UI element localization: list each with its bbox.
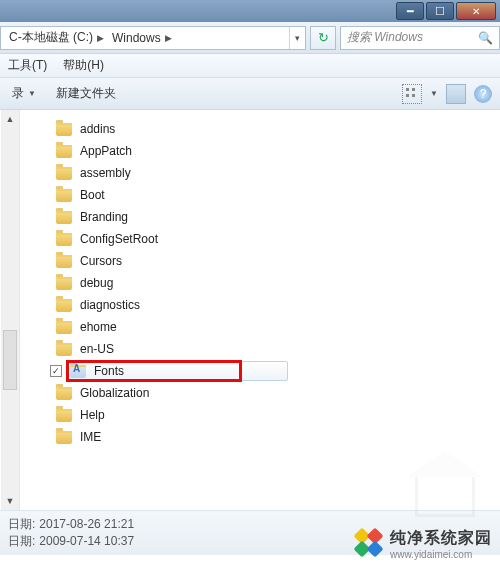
menu-help[interactable]: 帮助(H) — [55, 54, 112, 77]
watermark-ghost-icon — [410, 457, 480, 517]
help-icon[interactable]: ? — [474, 85, 492, 103]
breadcrumb-segment[interactable]: Windows — [112, 31, 161, 45]
list-item[interactable]: Help — [20, 404, 500, 426]
folder-icon — [56, 255, 72, 268]
scroll-up-icon[interactable]: ▲ — [1, 110, 19, 128]
folder-icon — [56, 145, 72, 158]
view-options-icon[interactable] — [402, 84, 422, 104]
organize-button[interactable]: 录 ▼ — [2, 78, 46, 109]
menu-tools[interactable]: 工具(T) — [0, 54, 55, 77]
folder-name: Fonts — [94, 364, 124, 378]
folder-name: ehome — [80, 320, 117, 334]
fonts-folder-icon — [70, 365, 86, 378]
folder-name: Globalization — [80, 386, 149, 400]
folder-icon — [56, 233, 72, 246]
content-area: ▲ ▼ addinsAppPatchassemblyBootBrandingCo… — [0, 110, 500, 510]
folder-icon — [56, 321, 72, 334]
breadcrumb[interactable]: C-本地磁盘 (C:) ▶ — [5, 29, 108, 46]
preview-pane-icon[interactable] — [446, 84, 466, 104]
list-item[interactable]: Cursors — [20, 250, 500, 272]
minimize-button[interactable]: ━ — [396, 2, 424, 20]
folder-icon — [56, 167, 72, 180]
folder-icon — [56, 431, 72, 444]
checkbox[interactable]: ✓ — [50, 365, 62, 377]
list-item[interactable]: Branding — [20, 206, 500, 228]
folder-icon — [56, 123, 72, 136]
menu-bar: 工具(T) 帮助(H) — [0, 54, 500, 78]
command-bar: 录 ▼ 新建文件夹 ▼ ? — [0, 78, 500, 110]
list-item[interactable]: diagnostics — [20, 294, 500, 316]
scroll-down-icon[interactable]: ▼ — [1, 492, 19, 510]
breadcrumb[interactable]: Windows ▶ — [108, 31, 176, 45]
folder-name: IME — [80, 430, 101, 444]
chevron-down-icon[interactable]: ▼ — [430, 89, 438, 98]
folder-name: debug — [80, 276, 113, 290]
list-item[interactable]: ehome — [20, 316, 500, 338]
list-item[interactable]: assembly — [20, 162, 500, 184]
folder-name: diagnostics — [80, 298, 140, 312]
folder-name: Branding — [80, 210, 128, 224]
new-folder-button[interactable]: 新建文件夹 — [46, 78, 126, 109]
search-placeholder: 搜索 Windows — [347, 29, 423, 46]
folder-name: Help — [80, 408, 105, 422]
folder-icon — [56, 299, 72, 312]
details-key: 日期: — [8, 533, 35, 550]
list-item[interactable]: IME — [20, 426, 500, 448]
folder-icon — [56, 343, 72, 356]
folder-icon — [56, 387, 72, 400]
details-key: 日期: — [8, 516, 35, 533]
details-value: 2017-08-26 21:21 — [39, 516, 134, 533]
folder-name: ConfigSetRoot — [80, 232, 158, 246]
folder-name: AppPatch — [80, 144, 132, 158]
maximize-button[interactable]: ☐ — [426, 2, 454, 20]
list-item[interactable]: AppPatch — [20, 140, 500, 162]
list-item[interactable]: en-US — [20, 338, 500, 360]
list-item[interactable]: addins — [20, 118, 500, 140]
list-item[interactable]: Globalization — [20, 382, 500, 404]
folder-icon — [56, 409, 72, 422]
folder-name: en-US — [80, 342, 114, 356]
chevron-right-icon[interactable]: ▶ — [97, 33, 104, 43]
close-button[interactable]: ✕ — [456, 2, 496, 20]
list-item[interactable]: ✓Fonts — [20, 360, 500, 382]
refresh-icon: ↻ — [318, 30, 329, 45]
address-dropdown-icon[interactable]: ▾ — [289, 27, 305, 49]
folder-icon — [56, 189, 72, 202]
breadcrumb-segment[interactable]: C-本地磁盘 (C:) — [9, 29, 93, 46]
folder-name: assembly — [80, 166, 131, 180]
search-input[interactable]: 搜索 Windows 🔍 — [340, 26, 500, 50]
folder-icon — [56, 277, 72, 290]
file-list[interactable]: addinsAppPatchassemblyBootBrandingConfig… — [20, 110, 500, 510]
search-icon: 🔍 — [478, 31, 493, 45]
folder-name: addins — [80, 122, 115, 136]
scroll-thumb[interactable] — [3, 330, 17, 390]
list-item[interactable]: ConfigSetRoot — [20, 228, 500, 250]
refresh-button[interactable]: ↻ — [310, 26, 336, 50]
navigation-pane: ▲ ▼ — [0, 110, 20, 510]
chevron-right-icon[interactable]: ▶ — [165, 33, 172, 43]
address-bar[interactable]: C-本地磁盘 (C:) ▶ Windows ▶ ▾ — [0, 26, 306, 50]
details-value: 2009-07-14 10:37 — [39, 533, 134, 550]
folder-name: Boot — [80, 188, 105, 202]
address-bar-row: C-本地磁盘 (C:) ▶ Windows ▶ ▾ ↻ 搜索 Windows 🔍 — [0, 22, 500, 54]
folder-icon — [56, 211, 72, 224]
chevron-down-icon: ▼ — [28, 89, 36, 98]
folder-name: Cursors — [80, 254, 122, 268]
nav-scrollbar[interactable]: ▲ ▼ — [1, 110, 19, 510]
window-titlebar: ━ ☐ ✕ — [0, 0, 500, 22]
list-item[interactable]: debug — [20, 272, 500, 294]
list-item[interactable]: Boot — [20, 184, 500, 206]
